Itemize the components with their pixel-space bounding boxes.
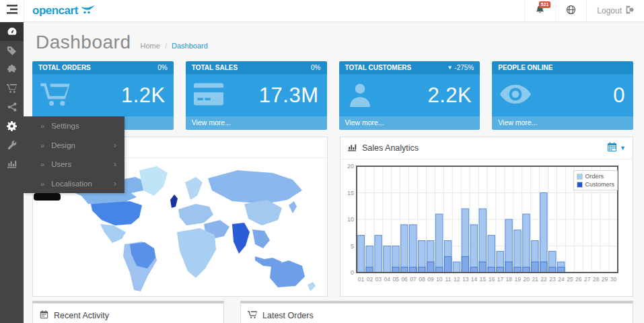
- opencart-logo[interactable]: opencart: [24, 0, 104, 22]
- svg-text:25: 25: [567, 276, 573, 283]
- notifications-button[interactable]: 521: [524, 0, 555, 22]
- system-flyout-menu: » Settings » Design › » Users › » Locali…: [24, 116, 124, 193]
- shopping-cart-icon: [40, 81, 70, 110]
- svg-text:20: 20: [523, 276, 530, 283]
- credit-card-icon: [194, 83, 223, 108]
- svg-text:17: 17: [497, 276, 504, 283]
- user-icon: [347, 81, 373, 110]
- caret-down-icon: ▼: [447, 65, 452, 71]
- sidebar-item-system[interactable]: [0, 116, 24, 135]
- svg-text:23: 23: [549, 276, 556, 283]
- sidebar-item-tools[interactable]: [0, 135, 24, 154]
- svg-text:05: 05: [392, 276, 399, 283]
- tile-change: -275%: [454, 64, 474, 71]
- svg-text:04: 04: [384, 276, 391, 283]
- tile-change: 0%: [311, 64, 320, 71]
- sign-out-icon: [625, 5, 634, 16]
- svg-text:21: 21: [532, 276, 538, 283]
- svg-text:03: 03: [375, 276, 382, 283]
- latest-orders-panel: Latest Orders: [240, 301, 633, 323]
- flyout-item-settings[interactable]: » Settings: [24, 116, 124, 136]
- chart-legend: OrdersCustomers: [573, 170, 618, 190]
- tile-people-online: PEOPLE ONLINE 0 View more...: [492, 61, 633, 130]
- svg-text:13: 13: [462, 276, 469, 283]
- gear-icon: [7, 121, 17, 131]
- latest-orders-title: Latest Orders: [262, 311, 314, 320]
- recent-activity-panel: Recent Activity: [32, 301, 224, 323]
- puzzle-icon: [7, 65, 17, 75]
- menu-toggle-button[interactable]: [0, 0, 24, 22]
- tile-total-sales: TOTAL SALES 0% 17.3M View more...: [186, 61, 327, 130]
- breadcrumb-current-link[interactable]: Dashboard: [172, 42, 208, 50]
- tile-title: TOTAL ORDERS: [38, 64, 91, 71]
- map-tooltip: [34, 193, 61, 201]
- list-icon: [7, 5, 17, 17]
- dashboard-icon: [7, 26, 17, 37]
- svg-text:14: 14: [471, 276, 478, 283]
- sidebar-item-catalog[interactable]: [0, 41, 24, 60]
- flyout-item-label: Localisation: [51, 180, 92, 188]
- svg-text:02: 02: [367, 276, 373, 283]
- double-chevron-icon: »: [40, 122, 44, 130]
- sidebar-item-sales[interactable]: [0, 79, 24, 98]
- flyout-item-label: Design: [51, 141, 75, 149]
- flyout-item-label: Settings: [51, 122, 79, 130]
- tile-change: 0%: [157, 64, 167, 71]
- view-more-link[interactable]: View more...: [192, 118, 231, 127]
- chart-icon: [347, 143, 357, 153]
- double-chevron-icon: »: [40, 180, 44, 188]
- svg-text:15: 15: [347, 190, 354, 196]
- breadcrumb: Home / Dashboard: [140, 42, 207, 50]
- flyout-item-localisation[interactable]: » Localisation ›: [24, 174, 124, 194]
- breadcrumb-separator: /: [165, 42, 167, 50]
- legend-entry: Customers: [577, 180, 614, 188]
- language-button[interactable]: [555, 0, 586, 22]
- view-more-link[interactable]: View more...: [498, 118, 537, 127]
- flyout-item-users[interactable]: » Users ›: [24, 155, 124, 174]
- svg-text:06: 06: [401, 276, 408, 283]
- svg-text:08: 08: [419, 276, 425, 283]
- svg-text:0: 0: [351, 269, 354, 276]
- svg-text:12: 12: [454, 276, 460, 283]
- tile-value: 2.2K: [427, 83, 472, 108]
- notification-badge: 521: [539, 1, 551, 8]
- svg-text:5: 5: [351, 243, 354, 250]
- calendar-icon: [607, 142, 617, 154]
- sales-analytics-panel: Sales Analytics ▼: [340, 137, 633, 297]
- opencart-cart-icon: [81, 5, 96, 17]
- svg-text:20: 20: [347, 163, 354, 170]
- date-range-button[interactable]: ▼: [607, 142, 626, 154]
- sidebar-item-reports[interactable]: [0, 154, 24, 173]
- globe-icon: [566, 5, 576, 17]
- chevron-right-icon: ›: [114, 179, 116, 188]
- tag-icon: [7, 46, 17, 56]
- logo-text: opencart: [32, 4, 78, 17]
- svg-text:15: 15: [480, 276, 487, 283]
- top-header: opencart 521 Logout: [0, 0, 644, 22]
- chevron-right-icon: ›: [114, 159, 116, 169]
- svg-text:16: 16: [489, 276, 495, 283]
- chevron-right-icon: ›: [114, 141, 116, 150]
- flyout-item-label: Users: [51, 160, 71, 168]
- svg-text:19: 19: [515, 276, 522, 283]
- sidebar-item-marketing[interactable]: [0, 98, 24, 116]
- svg-text:10: 10: [436, 276, 443, 283]
- logout-button[interactable]: Logout: [586, 0, 644, 22]
- sidebar-item-dashboard[interactable]: [0, 22, 24, 41]
- svg-text:10: 10: [347, 216, 354, 223]
- header-actions: 521 Logout: [524, 0, 644, 22]
- svg-text:11: 11: [445, 276, 451, 283]
- eye-icon: [500, 84, 531, 107]
- svg-text:09: 09: [427, 276, 434, 283]
- flyout-item-design[interactable]: » Design ›: [24, 136, 124, 155]
- svg-text:18: 18: [506, 276, 513, 283]
- svg-text:07: 07: [410, 276, 417, 283]
- breadcrumb-home-link[interactable]: Home: [140, 42, 159, 50]
- sidebar-item-extensions[interactable]: [0, 60, 24, 79]
- tile-title: PEOPLE ONLINE: [498, 64, 552, 71]
- tile-total-customers: TOTAL CUSTOMERS ▼ -275% 2.2K View more..…: [339, 61, 480, 130]
- svg-text:01: 01: [358, 276, 365, 283]
- double-chevron-icon: »: [40, 141, 44, 149]
- page-title: Dashboard: [36, 32, 131, 53]
- view-more-link[interactable]: View more...: [345, 118, 384, 127]
